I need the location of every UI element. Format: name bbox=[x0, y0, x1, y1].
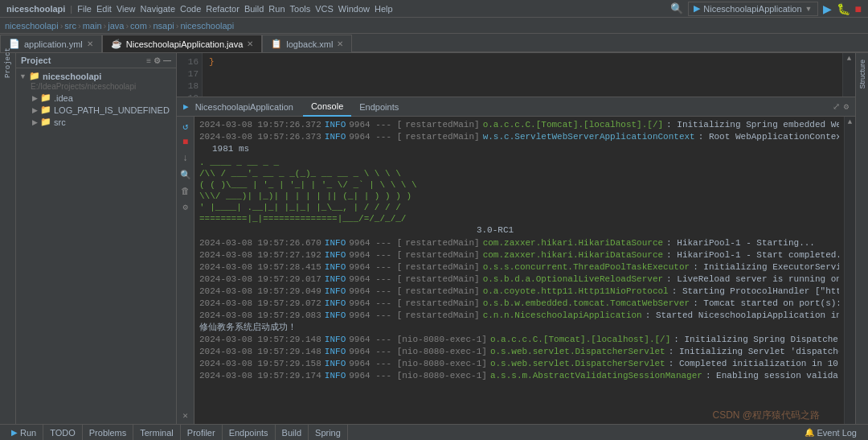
log-line-7: 2024-03-08 19:57:29.049 INFO 9964 --- [ … bbox=[199, 286, 839, 298]
spring-btn[interactable]: Spring bbox=[309, 425, 348, 441]
settings-icon[interactable]: ⚙ bbox=[843, 101, 849, 112]
breadcrumb-niceschoolapi2[interactable]: niceschoolapi bbox=[180, 21, 234, 31]
log-line-5: 2024-03-08 19:57:28.415 INFO 9964 --- [ … bbox=[199, 261, 839, 273]
debug-btn[interactable]: 🐛 bbox=[837, 2, 850, 15]
menu-navigate[interactable]: Navigate bbox=[141, 4, 175, 14]
run-panel-icon: ▶ bbox=[183, 101, 189, 112]
menu-build[interactable]: Build bbox=[244, 4, 264, 14]
line-num-16: 16 bbox=[177, 56, 199, 68]
log-line-4: 2024-03-08 19:57:27.192 INFO 9964 --- [ … bbox=[199, 249, 839, 261]
log-line-13: 2024-03-08 19:57:29.174 INFO 9964 --- [n… bbox=[199, 370, 839, 382]
log-line-12: 2024-03-08 19:57:29.158 INFO 9964 --- [n… bbox=[199, 358, 839, 370]
log-line-1: 2024-03-08 19:57:26.372 INFO 9964 --- [ … bbox=[199, 119, 839, 131]
menu-run[interactable]: Run bbox=[268, 4, 285, 14]
clear-btn[interactable]: 🗑 bbox=[178, 183, 193, 198]
menu-edit[interactable]: Edit bbox=[96, 4, 112, 14]
profiler-btn[interactable]: Profiler bbox=[181, 425, 223, 441]
collapse-btn[interactable]: ✕ bbox=[178, 408, 193, 422]
log-line-10: 2024-03-08 19:57:29.148 INFO 9964 --- [n… bbox=[199, 334, 839, 346]
project-panel-btn2[interactable]: ⚙ bbox=[154, 56, 161, 65]
run-config-label: NiceschoolapiApplication bbox=[703, 4, 801, 14]
search-everywhere-btn[interactable]: 🔍 bbox=[670, 2, 683, 14]
breadcrumb-com[interactable]: com bbox=[130, 21, 147, 31]
breadcrumb-src[interactable]: src bbox=[64, 21, 76, 31]
terminal-btn[interactable]: Terminal bbox=[133, 425, 181, 441]
project-panel-btn1[interactable]: ≡ bbox=[146, 56, 151, 65]
tree-idea[interactable]: ▶ 📁 .idea bbox=[16, 92, 176, 104]
structure-panel-btn[interactable]: Structure bbox=[858, 56, 867, 93]
build-btn[interactable]: Build bbox=[276, 425, 309, 441]
log-line-3: 2024-03-08 19:57:26.670 INFO 9964 --- [ … bbox=[199, 237, 839, 249]
code-line-17 bbox=[209, 68, 836, 80]
restart-btn[interactable]: ↺ bbox=[178, 119, 193, 134]
todo-btn[interactable]: TODO bbox=[43, 425, 83, 441]
stop-btn[interactable]: ■ bbox=[855, 2, 862, 15]
console-output: 2024-03-08 19:57:26.372 INFO 9964 --- [ … bbox=[194, 117, 844, 424]
line-num-17: 17 bbox=[177, 68, 199, 80]
chevron-down-icon: ▼ bbox=[805, 5, 813, 13]
run-status-icon: ▶ bbox=[11, 428, 18, 437]
tab-endpoints[interactable]: Endpoints bbox=[351, 97, 407, 117]
chevron-down-icon: ▼ bbox=[19, 72, 27, 80]
scroll-up-console-icon[interactable]: ▲ bbox=[848, 118, 852, 126]
settings-console-btn[interactable]: ⚙ bbox=[178, 199, 193, 214]
breadcrumb-niceschoolapi[interactable]: niceschoolapi bbox=[5, 21, 59, 31]
breadcrumb-java[interactable]: java bbox=[108, 21, 124, 31]
tab-niceschoolapi-application[interactable]: ☕ NiceschoolapiApplication.java ✕ bbox=[102, 35, 263, 52]
tab-close-xml[interactable]: ✕ bbox=[337, 39, 343, 48]
tab-application-yml[interactable]: 📄 application.yml ✕ bbox=[0, 35, 102, 52]
run-status-btn[interactable]: ▶ Run bbox=[5, 425, 43, 441]
code-line-16: } bbox=[209, 56, 836, 68]
menu-tools[interactable]: Tools bbox=[290, 4, 311, 14]
project-folder-icon: 📁 bbox=[29, 71, 40, 81]
run-config-dropdown[interactable]: ▶ NiceschoolapiApplication ▼ bbox=[688, 2, 817, 16]
plain-msg: 修仙教务系统启动成功！ bbox=[199, 322, 839, 334]
tree-src[interactable]: ▶ 📁 src bbox=[16, 116, 176, 128]
menu-vcs[interactable]: VCS bbox=[315, 4, 334, 14]
log-line-2: 2024-03-08 19:57:26.373 INFO 9964 --- [ … bbox=[199, 131, 839, 143]
tab-close-yml[interactable]: ✕ bbox=[87, 39, 93, 48]
menu-file[interactable]: File bbox=[77, 4, 92, 14]
expand-icon[interactable]: ⤢ bbox=[833, 101, 840, 112]
project-panel-btn3[interactable]: — bbox=[163, 56, 171, 65]
log-line-9: 2024-03-08 19:57:29.083 INFO 9964 --- [ … bbox=[199, 310, 839, 322]
log-line-6: 2024-03-08 19:57:29.017 INFO 9964 --- [ … bbox=[199, 273, 839, 286]
tree-log[interactable]: ▶ 📁 LOG_PATH_IS_UNDEFINED bbox=[16, 104, 176, 116]
log-line-11: 2024-03-08 19:57:29.148 INFO 9964 --- [n… bbox=[199, 346, 839, 358]
run-icon: ▶ bbox=[694, 3, 700, 14]
run-panel-title: NiceschoolapiApplication bbox=[195, 102, 293, 112]
menu-sep: | bbox=[70, 4, 72, 14]
menu-code[interactable]: Code bbox=[180, 4, 201, 14]
menu-view[interactable]: View bbox=[117, 4, 136, 14]
breadcrumb-main[interactable]: main bbox=[83, 21, 102, 31]
idea-folder-icon: 📁 bbox=[40, 93, 51, 103]
src-folder-icon: 📁 bbox=[40, 117, 51, 127]
project-panel-title: Project bbox=[21, 56, 51, 65]
tab-logback-xml[interactable]: 📋 logback.xml ✕ bbox=[262, 35, 352, 52]
run-btn[interactable]: ▶ bbox=[823, 2, 832, 15]
log-line-8: 2024-03-08 19:57:29.072 INFO 9964 --- [ … bbox=[199, 298, 839, 310]
chevron-right-icon3: ▶ bbox=[32, 118, 38, 126]
menu-window[interactable]: Window bbox=[338, 4, 370, 14]
stop-run-btn[interactable]: ■ bbox=[178, 135, 193, 150]
tree-root[interactable]: ▼ 📁 niceschoolapi bbox=[16, 70, 176, 82]
event-log-btn[interactable]: 🔔 Event Log bbox=[798, 425, 863, 441]
scroll-up-icon[interactable]: ▲ bbox=[847, 55, 851, 63]
menu-help[interactable]: Help bbox=[375, 4, 393, 14]
endpoints-btn[interactable]: Endpoints bbox=[223, 425, 276, 441]
tree-path-label: E:/IdeaProjects/niceschoolapi bbox=[16, 82, 176, 92]
tab-console[interactable]: Console bbox=[303, 97, 351, 117]
scroll-down-btn[interactable]: ↓ bbox=[178, 151, 193, 166]
java-file-icon: ☕ bbox=[111, 39, 122, 49]
log-folder-icon: 📁 bbox=[40, 105, 51, 115]
breadcrumb-nsapi[interactable]: nsapi bbox=[154, 21, 174, 31]
code-line-18 bbox=[209, 80, 836, 93]
app-title: niceschoolapi bbox=[6, 4, 65, 14]
project-icon[interactable]: Project bbox=[2, 56, 14, 69]
tab-close-java[interactable]: ✕ bbox=[247, 39, 253, 48]
problems-btn[interactable]: Problems bbox=[83, 425, 133, 441]
chevron-right-icon2: ▶ bbox=[32, 106, 38, 114]
filter-btn[interactable]: 🔍 bbox=[178, 167, 193, 182]
menu-refactor[interactable]: Refactor bbox=[206, 4, 240, 14]
notification-icon: 🔔 bbox=[805, 428, 814, 437]
